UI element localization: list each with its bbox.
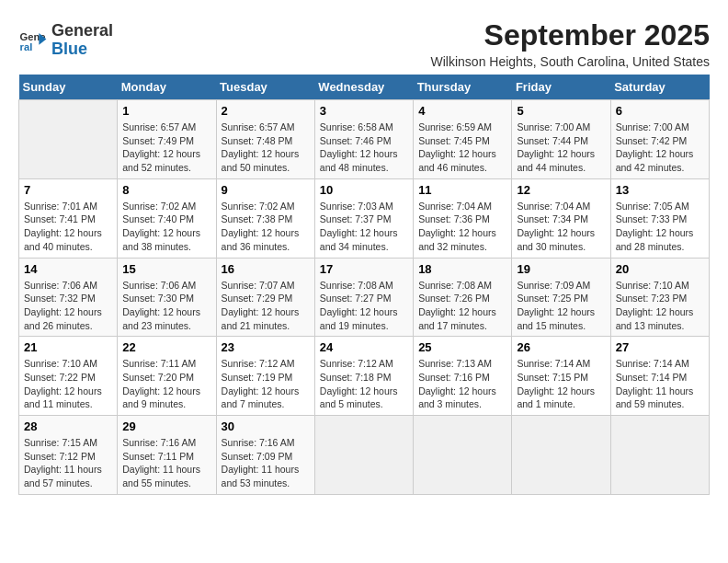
- day-info: Sunrise: 7:07 AM Sunset: 7:29 PM Dayligh…: [222, 279, 310, 333]
- day-number: 22: [122, 340, 210, 354]
- day-info: Sunrise: 7:10 AM Sunset: 7:23 PM Dayligh…: [616, 279, 704, 333]
- day-info: Sunrise: 7:12 AM Sunset: 7:18 PM Dayligh…: [320, 357, 408, 411]
- svg-text:ral: ral: [20, 41, 33, 52]
- day-info: Sunrise: 6:58 AM Sunset: 7:46 PM Dayligh…: [320, 121, 408, 175]
- day-info: Sunrise: 7:16 AM Sunset: 7:09 PM Dayligh…: [222, 436, 310, 490]
- day-number: 20: [616, 262, 704, 276]
- calendar-cell: [314, 416, 413, 495]
- day-number: 3: [320, 104, 408, 118]
- col-header-thursday: Thursday: [414, 75, 512, 100]
- calendar-cell: 25Sunrise: 7:13 AM Sunset: 7:16 PM Dayli…: [414, 337, 512, 416]
- day-number: 24: [320, 340, 408, 354]
- calendar-cell: 26Sunrise: 7:14 AM Sunset: 7:15 PM Dayli…: [512, 337, 610, 416]
- day-info: Sunrise: 7:14 AM Sunset: 7:15 PM Dayligh…: [517, 357, 605, 411]
- calendar-cell: 6Sunrise: 7:00 AM Sunset: 7:42 PM Daylig…: [610, 100, 709, 179]
- location-title: Wilkinson Heights, South Carolina, Unite…: [431, 54, 710, 69]
- col-header-monday: Monday: [118, 75, 216, 100]
- calendar-cell: 21Sunrise: 7:10 AM Sunset: 7:22 PM Dayli…: [19, 337, 118, 416]
- day-info: Sunrise: 7:01 AM Sunset: 7:41 PM Dayligh…: [24, 200, 112, 254]
- day-number: 21: [24, 340, 112, 354]
- day-info: Sunrise: 7:08 AM Sunset: 7:27 PM Dayligh…: [320, 279, 408, 333]
- calendar-cell: 3Sunrise: 6:58 AM Sunset: 7:46 PM Daylig…: [314, 100, 413, 179]
- calendar-cell: 29Sunrise: 7:16 AM Sunset: 7:11 PM Dayli…: [118, 416, 216, 495]
- calendar-cell: 16Sunrise: 7:07 AM Sunset: 7:29 PM Dayli…: [216, 258, 314, 337]
- col-header-friday: Friday: [512, 75, 610, 100]
- day-info: Sunrise: 7:16 AM Sunset: 7:11 PM Dayligh…: [122, 436, 210, 490]
- col-header-sunday: Sunday: [19, 75, 118, 100]
- day-info: Sunrise: 7:14 AM Sunset: 7:14 PM Dayligh…: [616, 357, 704, 411]
- calendar-cell: 28Sunrise: 7:15 AM Sunset: 7:12 PM Dayli…: [19, 416, 118, 495]
- day-number: 8: [122, 183, 210, 197]
- calendar-cell: 2Sunrise: 6:57 AM Sunset: 7:48 PM Daylig…: [216, 100, 314, 179]
- day-number: 28: [24, 419, 112, 433]
- day-info: Sunrise: 7:10 AM Sunset: 7:22 PM Dayligh…: [24, 357, 112, 411]
- day-number: 14: [24, 262, 112, 276]
- calendar-cell: [610, 416, 709, 495]
- day-info: Sunrise: 7:02 AM Sunset: 7:40 PM Dayligh…: [122, 200, 210, 254]
- calendar-cell: 8Sunrise: 7:02 AM Sunset: 7:40 PM Daylig…: [118, 178, 216, 258]
- day-number: 26: [517, 340, 605, 354]
- day-number: 19: [517, 262, 605, 276]
- day-number: 12: [517, 183, 605, 197]
- day-number: 30: [222, 419, 310, 433]
- day-info: Sunrise: 6:57 AM Sunset: 7:49 PM Dayligh…: [122, 121, 210, 175]
- week-row-3: 14Sunrise: 7:06 AM Sunset: 7:32 PM Dayli…: [19, 258, 710, 337]
- logo-text-line2: Blue: [51, 40, 113, 59]
- calendar-cell: [512, 416, 610, 495]
- title-block: September 2025 Wilkinson Heights, South …: [431, 18, 710, 69]
- header: Gene ral General Blue September 2025 Wil…: [18, 18, 710, 69]
- month-title: September 2025: [431, 18, 710, 52]
- day-number: 23: [222, 340, 310, 354]
- day-number: 6: [616, 104, 704, 118]
- day-number: 17: [320, 262, 408, 276]
- day-number: 18: [418, 262, 506, 276]
- week-row-5: 28Sunrise: 7:15 AM Sunset: 7:12 PM Dayli…: [19, 416, 710, 495]
- calendar-cell: 30Sunrise: 7:16 AM Sunset: 7:09 PM Dayli…: [216, 416, 314, 495]
- calendar-cell: 27Sunrise: 7:14 AM Sunset: 7:14 PM Dayli…: [610, 337, 709, 416]
- day-number: 7: [24, 183, 112, 197]
- logo: Gene ral General Blue: [18, 22, 113, 59]
- day-number: 9: [222, 183, 310, 197]
- week-row-2: 7Sunrise: 7:01 AM Sunset: 7:41 PM Daylig…: [19, 178, 710, 258]
- day-info: Sunrise: 7:15 AM Sunset: 7:12 PM Dayligh…: [24, 436, 112, 490]
- day-number: 25: [418, 340, 506, 354]
- col-header-saturday: Saturday: [610, 75, 709, 100]
- day-info: Sunrise: 7:06 AM Sunset: 7:30 PM Dayligh…: [122, 279, 210, 333]
- day-info: Sunrise: 7:09 AM Sunset: 7:25 PM Dayligh…: [517, 279, 605, 333]
- week-row-4: 21Sunrise: 7:10 AM Sunset: 7:22 PM Dayli…: [19, 337, 710, 416]
- day-number: 11: [418, 183, 506, 197]
- day-number: 5: [517, 104, 605, 118]
- day-info: Sunrise: 7:06 AM Sunset: 7:32 PM Dayligh…: [24, 279, 112, 333]
- calendar-cell: 23Sunrise: 7:12 AM Sunset: 7:19 PM Dayli…: [216, 337, 314, 416]
- day-info: Sunrise: 7:11 AM Sunset: 7:20 PM Dayligh…: [122, 357, 210, 411]
- calendar-cell: 24Sunrise: 7:12 AM Sunset: 7:18 PM Dayli…: [314, 337, 413, 416]
- calendar-cell: 11Sunrise: 7:04 AM Sunset: 7:36 PM Dayli…: [414, 178, 512, 258]
- day-info: Sunrise: 7:00 AM Sunset: 7:44 PM Dayligh…: [517, 121, 605, 175]
- day-number: 15: [122, 262, 210, 276]
- day-info: Sunrise: 7:04 AM Sunset: 7:34 PM Dayligh…: [517, 200, 605, 254]
- day-info: Sunrise: 7:04 AM Sunset: 7:36 PM Dayligh…: [418, 200, 506, 254]
- calendar-cell: 4Sunrise: 6:59 AM Sunset: 7:45 PM Daylig…: [414, 100, 512, 179]
- week-row-1: 1Sunrise: 6:57 AM Sunset: 7:49 PM Daylig…: [19, 100, 710, 179]
- day-info: Sunrise: 7:03 AM Sunset: 7:37 PM Dayligh…: [320, 200, 408, 254]
- day-info: Sunrise: 7:02 AM Sunset: 7:38 PM Dayligh…: [222, 200, 310, 254]
- day-info: Sunrise: 7:12 AM Sunset: 7:19 PM Dayligh…: [222, 357, 310, 411]
- calendar-cell: 1Sunrise: 6:57 AM Sunset: 7:49 PM Daylig…: [118, 100, 216, 179]
- day-info: Sunrise: 7:13 AM Sunset: 7:16 PM Dayligh…: [418, 357, 506, 411]
- col-header-tuesday: Tuesday: [216, 75, 314, 100]
- calendar-cell: 22Sunrise: 7:11 AM Sunset: 7:20 PM Dayli…: [118, 337, 216, 416]
- calendar-cell: 7Sunrise: 7:01 AM Sunset: 7:41 PM Daylig…: [19, 178, 118, 258]
- day-info: Sunrise: 6:57 AM Sunset: 7:48 PM Dayligh…: [222, 121, 310, 175]
- calendar-cell: 19Sunrise: 7:09 AM Sunset: 7:25 PM Dayli…: [512, 258, 610, 337]
- calendar-cell: 5Sunrise: 7:00 AM Sunset: 7:44 PM Daylig…: [512, 100, 610, 179]
- day-number: 2: [222, 104, 310, 118]
- day-number: 27: [616, 340, 704, 354]
- day-info: Sunrise: 7:05 AM Sunset: 7:33 PM Dayligh…: [616, 200, 704, 254]
- day-info: Sunrise: 6:59 AM Sunset: 7:45 PM Dayligh…: [418, 121, 506, 175]
- calendar-cell: 13Sunrise: 7:05 AM Sunset: 7:33 PM Dayli…: [610, 178, 709, 258]
- calendar-cell: 14Sunrise: 7:06 AM Sunset: 7:32 PM Dayli…: [19, 258, 118, 337]
- day-number: 13: [616, 183, 704, 197]
- calendar-cell: 12Sunrise: 7:04 AM Sunset: 7:34 PM Dayli…: [512, 178, 610, 258]
- calendar-cell: [414, 416, 512, 495]
- calendar-cell: 17Sunrise: 7:08 AM Sunset: 7:27 PM Dayli…: [314, 258, 413, 337]
